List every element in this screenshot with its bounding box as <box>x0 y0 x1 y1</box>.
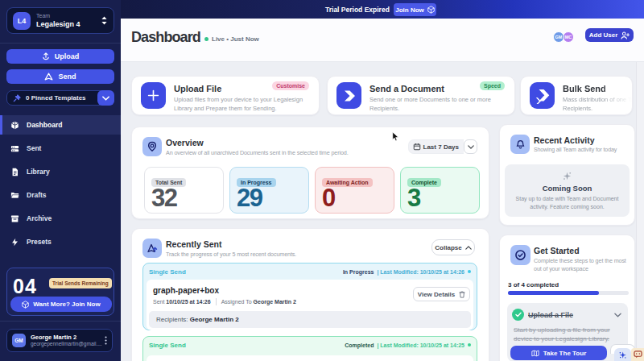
page-title: Dashboard <box>131 29 200 46</box>
double-chevron-icon <box>530 82 555 109</box>
upload-icon <box>42 52 50 60</box>
divider <box>0 321 121 322</box>
status-dot-icon <box>468 270 471 273</box>
pinned-expand-button[interactable] <box>97 90 114 106</box>
item-status: Completed <box>345 342 374 348</box>
sidebar-item-archive[interactable]: Archive <box>0 209 121 228</box>
sidebar-item-drafts[interactable]: Drafts <box>0 185 121 205</box>
chevron-down-icon <box>468 145 474 149</box>
stat-total-sent: Total Sent 32 <box>144 167 224 214</box>
pin-icon <box>13 94 21 102</box>
get-started-subtitle: Complete these steps to get the most out… <box>534 257 632 273</box>
banner-join-now-button[interactable]: Join Now <box>394 3 436 16</box>
chevron-down-icon[interactable] <box>614 313 621 317</box>
chat-bubble-icon <box>634 351 642 359</box>
library-icon <box>10 168 19 176</box>
kebab-menu-icon[interactable] <box>105 336 107 345</box>
sent-item[interactable]: Single Send In Progress | Last Modified:… <box>142 263 477 330</box>
send-up-icon <box>142 239 162 258</box>
avatar[interactable]: MC <box>563 31 574 43</box>
card-desc: Send one or more Documents to one or mor… <box>369 95 508 113</box>
send-document-card[interactable]: Send a Document Send one or more Documen… <box>327 76 515 115</box>
user-avatar: GM <box>12 334 26 347</box>
user-name: George Martin 2 <box>31 334 105 341</box>
divider <box>0 43 121 44</box>
card-desc: Mass distribution of one Template to man… <box>563 95 633 113</box>
recent-activity-subtitle: Showing all Team activity for today <box>534 147 617 152</box>
chevron-arrow-icon <box>336 82 361 109</box>
ai-assistant-button[interactable] <box>614 348 631 361</box>
collapse-button[interactable]: Collapse <box>431 239 475 255</box>
archive-icon <box>10 214 19 223</box>
chat-button[interactable] <box>631 348 644 361</box>
trial-banner: Trial Period Expired Join Now <box>121 0 644 19</box>
send-icon <box>44 73 53 81</box>
sidebar-item-sent[interactable]: Sent <box>0 139 121 158</box>
progress-label: 3 of 4 completed <box>508 281 559 288</box>
card-title: Send a Document <box>369 84 444 93</box>
view-details-button[interactable]: View Details <box>413 287 470 301</box>
progress-bar <box>508 291 629 295</box>
document-card <box>147 355 473 361</box>
send-type: Single Send <box>149 342 186 349</box>
status-dot-icon <box>468 343 471 346</box>
user-card[interactable]: GM George Martin 2 georgepennellmartin@g… <box>6 329 113 352</box>
main-content: Upload File Upload files from your devic… <box>121 62 644 361</box>
stat-complete: Complete 3 <box>400 167 480 214</box>
gem-icon <box>427 6 435 14</box>
check-circle-icon <box>510 245 530 265</box>
sidebar-item-library[interactable]: Library <box>0 162 121 181</box>
recent-activity-panel: Recent Activity Showing all Team activit… <box>499 124 635 226</box>
live-status: Live • Just Now <box>212 35 259 43</box>
progress-fill <box>508 291 599 295</box>
user-email: georgepennellmartin@gmail.... <box>31 342 105 347</box>
coming-soon-box: Coming Soon Stay up to date with Team an… <box>505 164 630 217</box>
check-icon <box>512 309 524 321</box>
trash-icon <box>459 291 465 298</box>
sidebar-item-presets[interactable]: Presets <box>0 232 121 251</box>
join-now-button[interactable]: Want More? Join Now <box>10 297 112 312</box>
send-button[interactable]: Send <box>6 69 114 84</box>
item-modified: | Last Modified: 10/10/25 at 14:25 <box>377 342 464 348</box>
item-modified: | Last Modified: 10/10/25 at 14:26 <box>377 269 464 275</box>
live-dot <box>204 37 208 41</box>
range-dropdown-button[interactable] <box>464 139 477 154</box>
gem-icon <box>22 301 29 309</box>
stat-awaiting-action: Awaiting Action 0 <box>315 167 394 214</box>
sidebar-item-dashboard[interactable]: Dashboard <box>0 115 121 135</box>
header-avatars: GM MC <box>553 31 574 43</box>
team-avatar: L4 <box>13 12 31 30</box>
user-plus-icon <box>621 31 630 39</box>
recent-activity-title: Recent Activity <box>534 135 594 145</box>
card-title: Bulk Send <box>563 84 606 93</box>
stat-in-progress: In Progress 29 <box>229 167 309 214</box>
sidebar: L4 Team Legalesign 4 Upload Send 0 Pinne… <box>0 0 121 361</box>
bulk-send-card[interactable]: Bulk Send Mass distribution of one Templ… <box>520 76 633 115</box>
card-desc: Upload files from your device to your Le… <box>174 95 312 113</box>
map-pin-icon <box>142 137 162 156</box>
pinned-templates[interactable]: 0 Pinned Templates <box>6 90 114 106</box>
sparkle-icon <box>562 171 572 181</box>
overview-stats: Total Sent 32 In Progress 29 Awaiting Ac… <box>144 167 480 214</box>
date-range-button[interactable]: Last 7 Days <box>408 139 464 154</box>
sent-item[interactable]: Single Send Completed | Last Modified: 1… <box>142 336 477 361</box>
team-selector[interactable]: L4 Team Legalesign 4 <box>6 7 114 34</box>
coming-soon-text: Stay up to date with Team and Document a… <box>505 195 630 211</box>
take-tour-button[interactable]: Take The Tour <box>510 346 607 360</box>
drafts-icon <box>10 191 19 200</box>
scrollbar-gutter[interactable] <box>636 62 644 361</box>
add-user-button[interactable]: Add User <box>585 28 634 42</box>
avatar[interactable]: GM <box>553 31 564 43</box>
plus-icon <box>141 82 166 109</box>
upload-button[interactable]: Upload <box>6 49 114 64</box>
upload-file-card[interactable]: Upload File Upload files from your devic… <box>131 76 320 115</box>
step-desc: Start by uploading a file from your devi… <box>514 326 621 343</box>
card-title: Upload File <box>174 84 221 93</box>
trial-badge: Trial Sends Remaining <box>49 278 112 288</box>
overview-title: Overview <box>166 138 204 147</box>
recently-sent-title: Recently Sent <box>166 239 221 249</box>
customise-badge: Customise <box>272 81 309 90</box>
pinned-label: 0 Pinned Templates <box>26 94 97 102</box>
get-started-title: Get Started <box>534 246 580 255</box>
presets-icon <box>10 238 19 247</box>
